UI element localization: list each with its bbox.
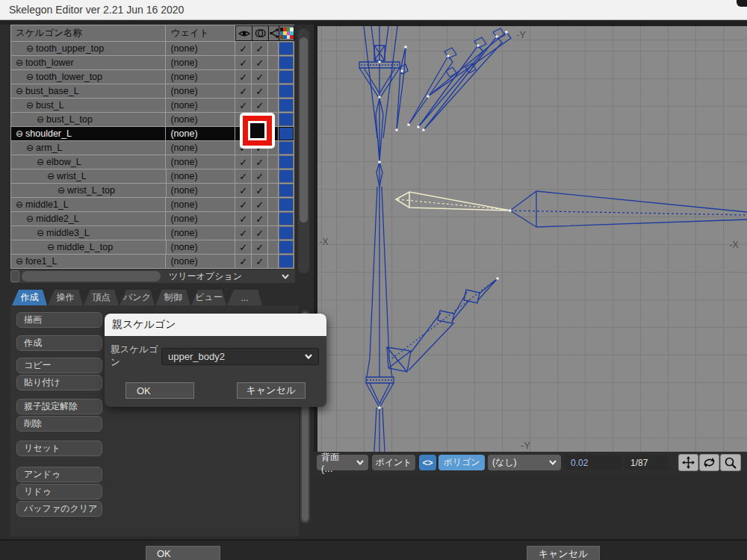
bone-color-cell[interactable] bbox=[279, 155, 294, 169]
skelegon-name-cell[interactable]: ⊖arm_L bbox=[11, 141, 166, 155]
clone-checkbox[interactable]: ✓ bbox=[252, 99, 268, 112]
paste-button[interactable]: 貼り付け bbox=[16, 375, 102, 391]
weight-cell[interactable]: (none) bbox=[166, 127, 235, 140]
redo-button[interactable]: リドゥ bbox=[16, 484, 102, 500]
clone-checkbox[interactable]: ✓ bbox=[252, 84, 268, 98]
bone-color-cell[interactable] bbox=[279, 70, 294, 84]
share-cell[interactable] bbox=[268, 56, 279, 69]
clone-checkbox[interactable]: ✓ bbox=[252, 42, 268, 55]
bone-color-cell[interactable] bbox=[279, 184, 294, 197]
reset-button[interactable]: リセット bbox=[16, 441, 102, 456]
visibility-checkbox[interactable]: ✓ bbox=[235, 56, 252, 69]
clone-checkbox[interactable]: ✓ bbox=[252, 212, 268, 225]
clone-checkbox[interactable]: ✓ bbox=[252, 226, 268, 240]
scroll-left-button[interactable] bbox=[10, 270, 19, 282]
clear-buffer-button[interactable]: バッファのクリア bbox=[16, 501, 102, 517]
skelegon-name-cell[interactable]: ⊖bust_L_top bbox=[11, 113, 166, 126]
tree-options-dropdown[interactable]: ツリーオプション bbox=[163, 270, 295, 283]
skelegon-name-cell[interactable]: ⊖tooth_upper_top bbox=[11, 42, 166, 55]
weight-cell[interactable]: (none) bbox=[166, 56, 235, 69]
share-cell[interactable] bbox=[268, 42, 279, 55]
weight-cell[interactable]: (none) bbox=[166, 70, 235, 84]
bone-color-cell[interactable] bbox=[279, 99, 294, 112]
draw-button[interactable]: 描画 bbox=[16, 312, 102, 328]
table-row[interactable]: ⊖fore1_L(none)✓✓ bbox=[10, 255, 294, 269]
skelegon-name-cell[interactable]: ⊖middle_L_top bbox=[11, 240, 167, 254]
share-cell[interactable] bbox=[268, 99, 279, 112]
collapse-icon[interactable]: ⊖ bbox=[26, 101, 34, 110]
visibility-checkbox[interactable]: ✓ bbox=[235, 84, 252, 98]
table-horizontal-scrollbar[interactable] bbox=[10, 270, 163, 283]
bone-color-cell[interactable] bbox=[279, 169, 294, 183]
table-row[interactable]: ⊖middle1_L(none)✓✓ bbox=[10, 198, 294, 212]
bone-color-cell[interactable] bbox=[279, 127, 294, 140]
share-cell[interactable] bbox=[268, 255, 279, 268]
palette-icon[interactable] bbox=[279, 25, 294, 41]
collapse-icon[interactable]: ⊖ bbox=[26, 72, 34, 81]
share-icon[interactable] bbox=[268, 25, 279, 41]
selection-dropdown[interactable]: (なし) bbox=[488, 455, 561, 470]
clone-checkbox[interactable]: ✓ bbox=[252, 155, 268, 169]
table-row[interactable]: ⊖elbow_L(none)✓✓ bbox=[10, 155, 294, 169]
skelegon-name-cell[interactable]: ⊖fore1_L bbox=[11, 255, 166, 268]
clone-checkbox[interactable]: ✓ bbox=[252, 184, 268, 197]
delete-button[interactable]: 削除 bbox=[16, 416, 102, 432]
weight-cell[interactable]: (none) bbox=[166, 42, 235, 55]
clone-icon[interactable] bbox=[252, 25, 268, 41]
collapse-icon[interactable]: ⊖ bbox=[16, 129, 23, 138]
collapse-icon[interactable]: ⊖ bbox=[47, 243, 55, 252]
table-row[interactable]: ⊖tooth_lower_top(none)✓✓ bbox=[10, 70, 294, 84]
weight-cell[interactable]: (none) bbox=[166, 84, 235, 98]
share-cell[interactable] bbox=[268, 84, 279, 98]
share-cell[interactable] bbox=[268, 212, 279, 225]
pan-tool-button[interactable] bbox=[678, 454, 698, 471]
cancel-button[interactable]: キャンセル bbox=[527, 546, 600, 560]
clone-checkbox[interactable]: ✓ bbox=[252, 240, 268, 254]
bone-color-cell[interactable] bbox=[279, 42, 294, 55]
weight-cell[interactable]: (none) bbox=[166, 155, 235, 169]
grid-size-field[interactable]: 0.02 bbox=[565, 455, 622, 470]
skelegon-name-cell[interactable]: ⊖middle1_L bbox=[11, 198, 166, 211]
skelegon-name-cell[interactable]: ⊖tooth_lower bbox=[11, 56, 166, 69]
unparent-button[interactable]: 親子設定解除 bbox=[16, 399, 102, 414]
skelegon-name-cell[interactable]: ⊖middle3_L bbox=[11, 226, 166, 240]
bone-color-cell[interactable] bbox=[279, 141, 294, 155]
table-row[interactable]: ⊖middle2_L(none)✓✓ bbox=[10, 212, 294, 226]
rotate-tool-button[interactable] bbox=[699, 454, 719, 471]
skelegon-name-cell[interactable]: ⊖bust_L bbox=[11, 99, 166, 112]
visibility-checkbox[interactable]: ✓ bbox=[235, 99, 252, 112]
visibility-checkbox[interactable]: ✓ bbox=[235, 198, 252, 211]
tab-view[interactable]: ビュー bbox=[191, 290, 226, 305]
skelegon-name-cell[interactable]: ⊖shoulder_L bbox=[11, 127, 166, 140]
visibility-checkbox[interactable]: ✓ bbox=[235, 212, 252, 225]
collapse-icon[interactable]: ⊖ bbox=[26, 214, 34, 223]
share-cell[interactable] bbox=[268, 184, 279, 197]
weight-cell[interactable]: (none) bbox=[166, 113, 235, 126]
skelegon-name-cell[interactable]: ⊖wrist_L bbox=[11, 169, 167, 183]
tab-control[interactable]: 制御 bbox=[155, 290, 190, 305]
tab-more[interactable]: ... bbox=[227, 290, 262, 305]
share-cell[interactable] bbox=[268, 198, 279, 211]
weight-cell[interactable]: (none) bbox=[166, 141, 235, 155]
table-row[interactable]: ⊖wrist_L_top(none)✓✓ bbox=[10, 184, 294, 198]
collapse-icon[interactable]: ⊖ bbox=[16, 58, 23, 67]
bone-color-cell[interactable] bbox=[279, 56, 294, 69]
skelegon-name-cell[interactable]: ⊖bust_base_L bbox=[11, 84, 166, 98]
share-cell[interactable] bbox=[268, 155, 279, 169]
collapse-icon[interactable]: ⊖ bbox=[58, 186, 65, 195]
weight-cell[interactable]: (none) bbox=[166, 255, 235, 268]
bone-color-cell[interactable] bbox=[279, 240, 294, 254]
visibility-checkbox[interactable]: ✓ bbox=[235, 240, 252, 254]
clone-checkbox[interactable]: ✓ bbox=[252, 255, 268, 268]
clone-checkbox[interactable]: ✓ bbox=[252, 169, 268, 183]
collapse-icon[interactable]: ⊖ bbox=[16, 87, 23, 96]
dialog-ok-button[interactable]: OK bbox=[125, 382, 194, 399]
table-row[interactable]: ⊖bust_base_L(none)✓✓ bbox=[10, 84, 294, 99]
share-cell[interactable] bbox=[268, 226, 279, 240]
weight-column-header[interactable]: ウェイト bbox=[166, 25, 235, 41]
collapse-icon[interactable]: ⊖ bbox=[37, 158, 44, 167]
ok-button[interactable]: OK bbox=[146, 546, 220, 560]
bone-color-cell[interactable] bbox=[279, 84, 294, 98]
visibility-checkbox[interactable]: ✓ bbox=[235, 226, 252, 240]
bone-color-cell[interactable] bbox=[279, 212, 294, 225]
